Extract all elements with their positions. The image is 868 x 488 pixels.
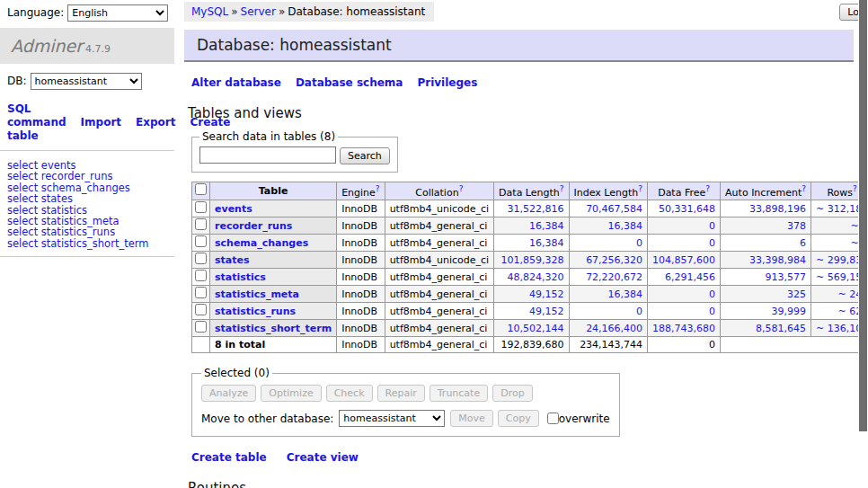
table-header-row: Table Engine? Collation? Data Length? In… — [192, 182, 868, 200]
data-free-link[interactable]: 6,291,456 — [665, 271, 715, 283]
overwrite-checkbox[interactable] — [547, 413, 559, 424]
table-name-link[interactable]: statistics_meta — [215, 288, 299, 300]
create-table-link[interactable]: Create table — [191, 451, 267, 464]
col-table: Table — [210, 182, 337, 200]
data-length-link[interactable]: 101,859,328 — [501, 254, 564, 266]
scrollbar-thumb[interactable] — [859, 0, 867, 431]
auto-increment-link[interactable]: 325 — [787, 288, 806, 300]
data-length-link[interactable]: 16,384 — [529, 237, 564, 249]
help-icon[interactable]: ? — [705, 184, 710, 193]
auto-increment-link[interactable]: 39,999 — [772, 306, 807, 317]
vertical-scrollbar[interactable] — [858, 0, 868, 488]
row-checkbox[interactable] — [195, 270, 207, 281]
auto-increment-link[interactable]: 8,581,645 — [756, 323, 806, 334]
help-icon[interactable]: ? — [459, 184, 464, 193]
sidebar-select-statistics-runs[interactable]: select statistics_runs — [7, 226, 174, 237]
breadcrumb-server-link[interactable]: Server — [241, 5, 276, 18]
data-free-link[interactable]: 104,857,600 — [652, 254, 715, 266]
repair-button[interactable]: Repair — [377, 385, 425, 402]
auto-increment-link[interactable]: 378 — [787, 220, 806, 232]
data-free-link[interactable]: 188,743,680 — [652, 323, 715, 334]
sidebar-link-export[interactable]: Export — [136, 116, 175, 129]
index-length-link[interactable]: 67,256,320 — [586, 254, 642, 266]
optimize-button[interactable]: Optimize — [261, 385, 321, 402]
data-length-link[interactable]: 31,522,816 — [508, 203, 564, 215]
index-length-link[interactable]: 0 — [636, 306, 642, 317]
total-collation: utf8mb4_general_ci — [385, 337, 493, 353]
analyze-button[interactable]: Analyze — [201, 385, 256, 402]
data-length-link[interactable]: 49,152 — [529, 288, 564, 300]
truncate-button[interactable]: Truncate — [430, 385, 488, 402]
table-name-link[interactable]: statistics_short_term — [215, 323, 332, 334]
auto-increment-link[interactable]: 33,398,984 — [749, 254, 806, 266]
auto-increment-link[interactable]: 33,898,196 — [749, 203, 806, 215]
adminer-brand[interactable]: Adminer — [11, 36, 83, 56]
move-database-select[interactable]: homeassistant — [339, 410, 445, 427]
table-name-link[interactable]: statistics_runs — [215, 306, 296, 317]
sidebar-select-states[interactable]: select states — [7, 193, 174, 204]
sidebar-link-import[interactable]: Import — [81, 116, 121, 129]
help-icon[interactable]: ? — [560, 184, 564, 193]
row-checkbox[interactable] — [195, 201, 207, 213]
row-checkbox[interactable] — [195, 287, 207, 298]
index-length-link[interactable]: 72,220,672 — [586, 271, 642, 283]
data-length-link[interactable]: 48,824,320 — [508, 271, 564, 283]
language-select[interactable]: English — [67, 4, 168, 22]
table-name-link[interactable]: statistics — [215, 271, 266, 283]
cell-collation: utf8mb4_general_ci — [385, 320, 493, 337]
help-icon[interactable]: ? — [853, 184, 857, 193]
table-name-link[interactable]: recorder_runs — [215, 220, 292, 232]
help-icon[interactable]: ? — [802, 184, 806, 193]
help-icon[interactable]: ? — [638, 184, 642, 193]
drop-button[interactable]: Drop — [492, 385, 532, 402]
col-engine: Engine? — [337, 182, 385, 200]
breadcrumb-mysql-link[interactable]: MySQL — [191, 5, 228, 18]
row-checkbox[interactable] — [195, 218, 207, 230]
create-view-link[interactable]: Create view — [287, 451, 359, 464]
index-length-link[interactable]: 16,384 — [608, 288, 643, 300]
sidebar-link-sql-command[interactable]: SQL command — [7, 102, 66, 129]
index-length-link[interactable]: 70,467,584 — [586, 203, 642, 215]
index-length-link[interactable]: 0 — [636, 237, 642, 249]
data-free-link[interactable]: 50,331,648 — [659, 203, 715, 215]
search-button[interactable]: Search — [340, 147, 390, 164]
adminer-version[interactable]: 4.7.9 — [85, 43, 111, 55]
table-row: statistics InnoDB utf8mb4_general_ci 48,… — [192, 269, 868, 286]
move-button[interactable]: Move — [450, 410, 493, 427]
database-schema-link[interactable]: Database schema — [296, 76, 403, 89]
check-button[interactable]: Check — [326, 385, 373, 402]
select-all-checkbox[interactable] — [195, 183, 207, 195]
auto-increment-link[interactable]: 913,577 — [766, 271, 807, 283]
copy-button[interactable]: Copy — [498, 410, 539, 427]
help-icon[interactable]: ? — [376, 184, 380, 193]
index-length-link[interactable]: 24,166,400 — [586, 323, 642, 334]
privileges-link[interactable]: Privileges — [417, 76, 477, 89]
data-free-link[interactable]: 0 — [709, 237, 715, 249]
sidebar-select-recorder-runs[interactable]: select recorder_runs — [7, 171, 174, 182]
cell-collation: utf8mb4_general_ci — [385, 217, 493, 235]
total-engine: InnoDB — [337, 337, 385, 353]
row-checkbox[interactable] — [195, 321, 207, 333]
data-free-link[interactable]: 0 — [709, 306, 715, 317]
sidebar-select-statistics-short-term[interactable]: select statistics_short_term — [7, 238, 174, 249]
data-free-link[interactable]: 0 — [709, 220, 715, 232]
row-checkbox[interactable] — [195, 304, 207, 315]
table-name-link[interactable]: states — [215, 254, 250, 266]
data-length-link[interactable]: 16,384 — [529, 220, 564, 232]
alter-database-link[interactable]: Alter database — [191, 76, 281, 89]
sidebar-divider-bottom — [0, 256, 174, 257]
table-name-link[interactable]: events — [215, 203, 252, 215]
row-checkbox[interactable] — [195, 253, 207, 264]
data-free-link[interactable]: 0 — [709, 288, 715, 300]
search-input[interactable] — [199, 146, 336, 164]
index-length-link[interactable]: 16,384 — [608, 220, 643, 232]
database-nav-links: Alter databaseDatabase schemaPrivileges — [191, 76, 854, 89]
table-name-link[interactable]: schema_changes — [215, 237, 308, 249]
overwrite-option[interactable]: overwrite — [547, 413, 610, 425]
db-select[interactable]: homeassistant — [31, 73, 142, 90]
auto-increment-link[interactable]: 6 — [800, 237, 806, 249]
row-checkbox[interactable] — [195, 235, 207, 247]
data-length-link[interactable]: 10,502,144 — [508, 323, 564, 334]
cell-collation: utf8mb4_unicode_ci — [385, 200, 493, 217]
data-length-link[interactable]: 49,152 — [529, 306, 564, 317]
